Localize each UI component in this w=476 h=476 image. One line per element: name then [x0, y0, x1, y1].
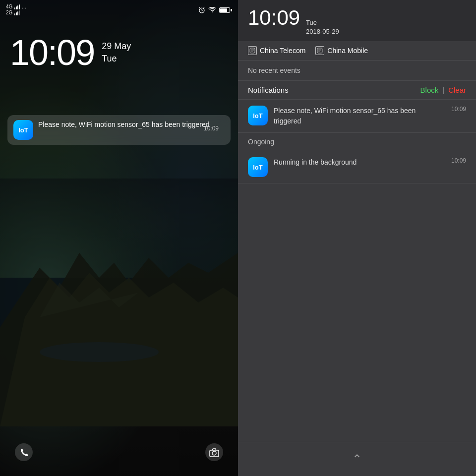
lock-notif-text: Please note, WiFi motion sensor_65 has b…: [38, 120, 225, 130]
clear-button[interactable]: Clear: [448, 86, 466, 94]
lock-notif-time: 10:09: [204, 125, 219, 132]
status-icons: [198, 6, 232, 13]
ongoing-item-time: 10:09: [451, 157, 466, 164]
lock-bottom-bar: [0, 443, 238, 461]
panel-date-weekday: Tue: [306, 18, 339, 27]
lock-date: 29 May Tue: [102, 40, 131, 65]
ongoing-label: Ongoing: [248, 138, 274, 146]
notif-app-icon: IoT: [248, 106, 268, 125]
action-divider: |: [442, 86, 444, 94]
ongoing-header: Ongoing: [238, 133, 476, 151]
signal-2g-label: 2G: [6, 10, 12, 16]
svg-rect-16: [251, 50, 254, 50]
battery-icon: [219, 7, 232, 13]
lock-notif-content: 10:09 Please note, WiFi motion sensor_65…: [38, 120, 225, 130]
sim1-icon: [248, 46, 257, 55]
notifications-header: Notifications Block | Clear: [238, 81, 476, 100]
lock-time: 10:09: [10, 35, 94, 70]
signal-info: 4G ... 2G: [6, 4, 26, 16]
sim1-name: China Telecom: [260, 47, 305, 55]
lock-date-weekday: Tue: [102, 53, 131, 65]
no-events-label: No recent events: [238, 60, 476, 81]
sim1-item: China Telecom: [248, 46, 305, 55]
sim2-item: China Mobile: [315, 46, 368, 55]
lock-notif-app-icon: IoT: [13, 120, 33, 140]
notif-item-time: 10:09: [451, 106, 466, 113]
notification-item[interactable]: IoT 10:09 Please note, WiFi motion senso…: [238, 100, 476, 133]
svg-point-12: [205, 443, 223, 461]
lock-notification[interactable]: IoT 10:09 Please note, WiFi motion senso…: [7, 115, 231, 145]
block-button[interactable]: Block: [420, 86, 439, 94]
ongoing-item-text: Running in the background: [274, 157, 466, 168]
svg-line-10: [203, 7, 204, 8]
sim-row: China Telecom China Mobile: [238, 41, 476, 60]
svg-rect-22: [318, 52, 320, 52]
ongoing-item-content: 10:09 Running in the background: [274, 157, 466, 168]
panel-bottom[interactable]: ⌃: [238, 442, 476, 476]
panel-time-row: 10:09 Tue 2018-05-29: [248, 7, 466, 36]
svg-line-9: [199, 7, 200, 8]
panel-date-full: 2018-05-29: [306, 27, 339, 36]
alarm-icon: [198, 6, 205, 13]
svg-point-11: [15, 443, 33, 461]
panel-date: Tue 2018-05-29: [306, 18, 339, 36]
panel-time: 10:09: [248, 7, 300, 28]
panel-header: 10:09 Tue 2018-05-29: [238, 0, 476, 41]
wifi-icon: [208, 7, 216, 13]
phone-icon[interactable]: [15, 443, 33, 461]
svg-rect-18: [251, 52, 253, 52]
chevron-up-icon[interactable]: ⌃: [352, 452, 362, 466]
lock-screen: 4G ... 2G: [0, 0, 238, 476]
notifications-title: Notifications: [248, 86, 289, 94]
svg-rect-17: [251, 51, 254, 51]
camera-icon[interactable]: [205, 443, 223, 461]
sim2-name: China Mobile: [327, 47, 368, 55]
lock-time-container: 10:09 29 May Tue: [0, 20, 238, 75]
signal-4g-label: 4G: [6, 4, 12, 10]
lock-date-day: 29 May: [102, 40, 131, 53]
sim2-icon: [315, 46, 324, 55]
ongoing-item[interactable]: IoT 10:09 Running in the background: [238, 151, 476, 183]
ongoing-app-icon: IoT: [248, 157, 268, 177]
notification-panel: 10:09 Tue 2018-05-29 China Telecom: [238, 0, 476, 476]
notif-item-text: Please note, WiFi motion sensor_65 has b…: [274, 106, 466, 126]
notif-actions: Block | Clear: [420, 86, 466, 94]
svg-rect-20: [318, 50, 321, 50]
svg-rect-21: [318, 51, 321, 51]
notif-item-content: 10:09 Please note, WiFi motion sensor_65…: [274, 106, 466, 126]
signal-dots: ...: [22, 4, 26, 10]
lock-status-bar: 4G ... 2G: [0, 0, 238, 20]
